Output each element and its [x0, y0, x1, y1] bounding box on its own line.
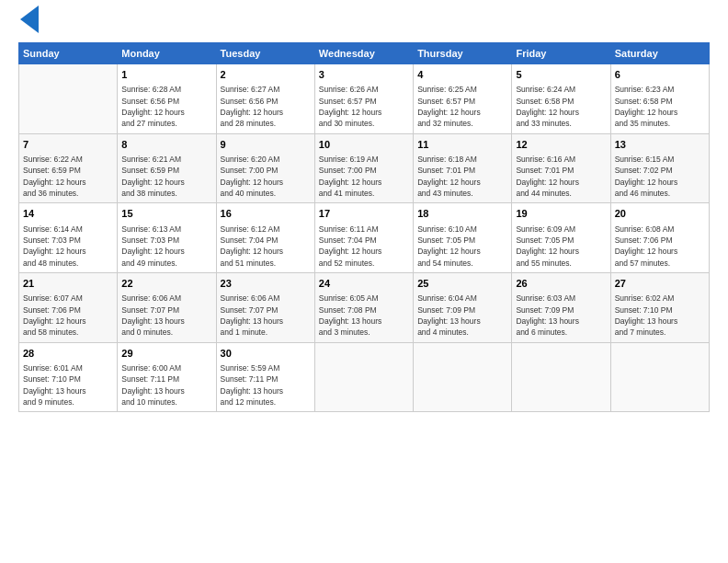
day-cell: 6Sunrise: 6:23 AM Sunset: 6:58 PM Daylig…	[610, 64, 709, 134]
day-info: Sunrise: 6:26 AM Sunset: 6:57 PM Dayligh…	[319, 84, 409, 129]
day-info: Sunrise: 6:18 AM Sunset: 7:01 PM Dayligh…	[417, 154, 507, 199]
day-info: Sunrise: 6:09 AM Sunset: 7:05 PM Dayligh…	[516, 224, 606, 269]
header	[18, 15, 710, 33]
day-info: Sunrise: 6:25 AM Sunset: 6:57 PM Dayligh…	[417, 84, 507, 129]
calendar-table: SundayMondayTuesdayWednesdayThursdayFrid…	[18, 42, 710, 412]
page: SundayMondayTuesdayWednesdayThursdayFrid…	[0, 0, 728, 563]
day-info: Sunrise: 6:20 AM Sunset: 7:00 PM Dayligh…	[221, 154, 311, 199]
day-number: 1	[121, 68, 211, 82]
day-info: Sunrise: 6:00 AM Sunset: 7:11 PM Dayligh…	[121, 362, 211, 408]
day-info: Sunrise: 6:24 AM Sunset: 6:58 PM Dayligh…	[516, 84, 606, 129]
day-cell: 18Sunrise: 6:10 AM Sunset: 7:05 PM Dayli…	[414, 203, 512, 273]
day-info: Sunrise: 6:07 AM Sunset: 7:06 PM Dayligh…	[23, 293, 113, 338]
day-info: Sunrise: 6:22 AM Sunset: 6:59 PM Dayligh…	[23, 154, 113, 199]
day-cell: 21Sunrise: 6:07 AM Sunset: 7:06 PM Dayli…	[19, 272, 118, 342]
day-cell: 12Sunrise: 6:16 AM Sunset: 7:01 PM Dayli…	[512, 133, 610, 203]
day-number: 4	[417, 68, 507, 82]
day-number: 21	[23, 277, 113, 291]
day-cell: 27Sunrise: 6:02 AM Sunset: 7:10 PM Dayli…	[610, 272, 709, 342]
day-number: 25	[417, 277, 507, 291]
day-cell: 5Sunrise: 6:24 AM Sunset: 6:58 PM Daylig…	[512, 64, 610, 134]
day-cell	[414, 342, 512, 412]
day-number: 26	[516, 277, 606, 291]
week-row-3: 14Sunrise: 6:14 AM Sunset: 7:03 PM Dayli…	[19, 203, 710, 273]
day-cell: 14Sunrise: 6:14 AM Sunset: 7:03 PM Dayli…	[19, 203, 118, 273]
header-row: SundayMondayTuesdayWednesdayThursdayFrid…	[19, 43, 710, 64]
week-row-2: 7Sunrise: 6:22 AM Sunset: 6:59 PM Daylig…	[19, 133, 710, 203]
day-info: Sunrise: 6:08 AM Sunset: 7:06 PM Dayligh…	[615, 224, 705, 269]
week-row-1: 1Sunrise: 6:28 AM Sunset: 6:56 PM Daylig…	[19, 64, 710, 134]
header-cell-sunday: Sunday	[19, 43, 118, 64]
day-info: Sunrise: 6:12 AM Sunset: 7:04 PM Dayligh…	[221, 224, 311, 269]
header-cell-thursday: Thursday	[414, 43, 512, 64]
day-info: Sunrise: 6:04 AM Sunset: 7:09 PM Dayligh…	[417, 293, 507, 338]
day-number: 7	[23, 138, 113, 152]
day-number: 6	[615, 68, 705, 82]
day-info: Sunrise: 6:28 AM Sunset: 6:56 PM Dayligh…	[121, 84, 211, 129]
day-number: 24	[319, 277, 409, 291]
day-number: 2	[221, 68, 311, 82]
day-number: 19	[516, 207, 606, 221]
week-row-4: 21Sunrise: 6:07 AM Sunset: 7:06 PM Dayli…	[19, 272, 710, 342]
day-info: Sunrise: 6:14 AM Sunset: 7:03 PM Dayligh…	[23, 224, 113, 269]
header-cell-monday: Monday	[118, 43, 216, 64]
calendar-header: SundayMondayTuesdayWednesdayThursdayFrid…	[19, 43, 710, 64]
day-number: 15	[121, 207, 211, 221]
calendar-body: 1Sunrise: 6:28 AM Sunset: 6:56 PM Daylig…	[19, 64, 710, 412]
day-cell: 10Sunrise: 6:19 AM Sunset: 7:00 PM Dayli…	[314, 133, 413, 203]
day-info: Sunrise: 6:05 AM Sunset: 7:08 PM Dayligh…	[319, 293, 409, 338]
logo	[18, 15, 48, 33]
day-number: 17	[319, 207, 409, 221]
day-number: 3	[319, 68, 409, 82]
day-info: Sunrise: 6:01 AM Sunset: 7:10 PM Dayligh…	[23, 362, 113, 408]
day-number: 14	[23, 207, 113, 221]
day-cell: 28Sunrise: 6:01 AM Sunset: 7:10 PM Dayli…	[19, 342, 118, 412]
day-cell: 30Sunrise: 5:59 AM Sunset: 7:11 PM Dayli…	[216, 342, 314, 412]
header-cell-wednesday: Wednesday	[314, 43, 413, 64]
day-cell: 23Sunrise: 6:06 AM Sunset: 7:07 PM Dayli…	[216, 272, 314, 342]
day-cell: 16Sunrise: 6:12 AM Sunset: 7:04 PM Dayli…	[216, 203, 314, 273]
day-number: 23	[221, 277, 311, 291]
day-cell: 25Sunrise: 6:04 AM Sunset: 7:09 PM Dayli…	[414, 272, 512, 342]
day-info: Sunrise: 6:19 AM Sunset: 7:00 PM Dayligh…	[319, 154, 409, 199]
day-cell: 20Sunrise: 6:08 AM Sunset: 7:06 PM Dayli…	[610, 203, 709, 273]
day-number: 5	[516, 68, 606, 82]
day-number: 13	[615, 138, 705, 152]
day-number: 22	[121, 277, 211, 291]
day-cell: 24Sunrise: 6:05 AM Sunset: 7:08 PM Dayli…	[314, 272, 413, 342]
day-cell: 13Sunrise: 6:15 AM Sunset: 7:02 PM Dayli…	[610, 133, 709, 203]
day-cell: 29Sunrise: 6:00 AM Sunset: 7:11 PM Dayli…	[118, 342, 216, 412]
day-info: Sunrise: 6:03 AM Sunset: 7:09 PM Dayligh…	[516, 293, 606, 338]
day-info: Sunrise: 6:10 AM Sunset: 7:05 PM Dayligh…	[417, 224, 507, 269]
day-cell: 19Sunrise: 6:09 AM Sunset: 7:05 PM Dayli…	[512, 203, 610, 273]
day-info: Sunrise: 6:06 AM Sunset: 7:07 PM Dayligh…	[121, 293, 211, 338]
day-number: 30	[221, 347, 311, 361]
day-cell: 15Sunrise: 6:13 AM Sunset: 7:03 PM Dayli…	[118, 203, 216, 273]
day-info: Sunrise: 6:15 AM Sunset: 7:02 PM Dayligh…	[615, 154, 705, 199]
day-number: 11	[417, 138, 507, 152]
day-cell: 26Sunrise: 6:03 AM Sunset: 7:09 PM Dayli…	[512, 272, 610, 342]
day-cell: 2Sunrise: 6:27 AM Sunset: 6:56 PM Daylig…	[216, 64, 314, 134]
day-number: 16	[221, 207, 311, 221]
week-row-5: 28Sunrise: 6:01 AM Sunset: 7:10 PM Dayli…	[19, 342, 710, 412]
day-number: 9	[221, 138, 311, 152]
day-info: Sunrise: 6:13 AM Sunset: 7:03 PM Dayligh…	[121, 224, 211, 269]
header-cell-tuesday: Tuesday	[216, 43, 314, 64]
day-number: 8	[121, 138, 211, 152]
day-cell	[610, 342, 709, 412]
day-cell	[19, 64, 118, 134]
day-info: Sunrise: 6:27 AM Sunset: 6:56 PM Dayligh…	[221, 84, 311, 129]
day-number: 12	[516, 138, 606, 152]
logo-icon	[20, 6, 48, 33]
day-cell: 8Sunrise: 6:21 AM Sunset: 6:59 PM Daylig…	[118, 133, 216, 203]
day-cell	[314, 342, 413, 412]
day-number: 27	[615, 277, 705, 291]
day-info: Sunrise: 6:16 AM Sunset: 7:01 PM Dayligh…	[516, 154, 606, 199]
day-number: 10	[319, 138, 409, 152]
day-info: Sunrise: 6:11 AM Sunset: 7:04 PM Dayligh…	[319, 224, 409, 269]
day-info: Sunrise: 6:23 AM Sunset: 6:58 PM Dayligh…	[615, 84, 705, 129]
day-number: 18	[417, 207, 507, 221]
day-cell	[512, 342, 610, 412]
day-info: Sunrise: 6:02 AM Sunset: 7:10 PM Dayligh…	[615, 293, 705, 338]
day-number: 29	[121, 347, 211, 361]
